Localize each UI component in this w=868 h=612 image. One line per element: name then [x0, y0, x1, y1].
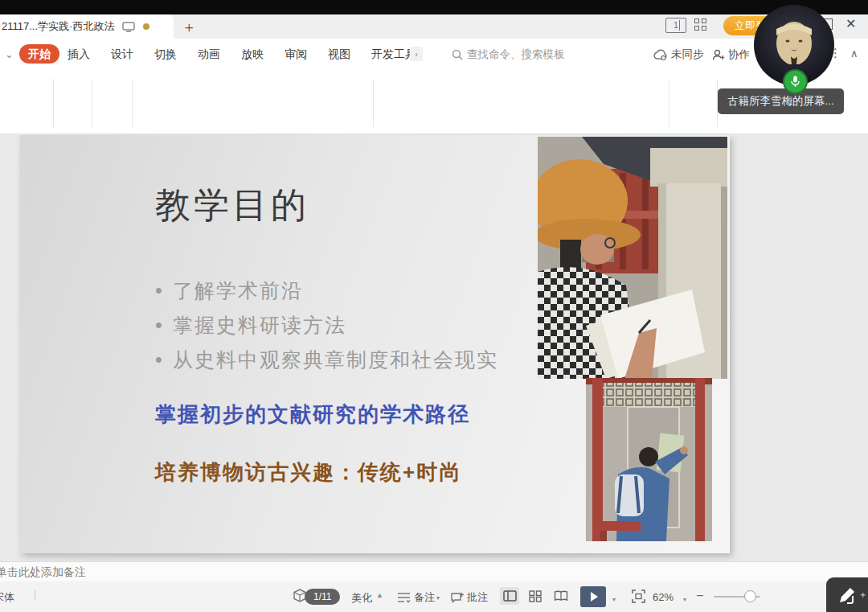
- tab-bar: 21117...学实践·西北政法 ＋ 1 立即登录 ✕: [0, 14, 868, 39]
- photo-fieldwork-writing-image: [538, 137, 727, 379]
- document-tab-title: 21117...学实践·西北政法: [2, 19, 114, 34]
- zoom-slider-knob[interactable]: [744, 590, 756, 602]
- play-slideshow-button[interactable]: [580, 586, 606, 607]
- photo-fieldwork-rubbing[interactable]: [586, 378, 712, 541]
- beautify-label[interactable]: 美化: [351, 591, 372, 606]
- normal-view-button[interactable]: [500, 587, 519, 605]
- zoom-out-button[interactable]: −: [696, 589, 703, 603]
- comment-plus-icon: [450, 592, 464, 604]
- play-icon: [591, 592, 598, 602]
- editing-workspace: 教学目的 •了解学术前沿 •掌握史料研读方法 •从史料中观察典章制度和社会现实 …: [0, 133, 868, 561]
- theme-font-name: 宋体: [0, 590, 14, 605]
- comments-label: 批注: [467, 590, 488, 605]
- fit-to-window-icon[interactable]: [632, 589, 645, 603]
- search-icon: [452, 49, 463, 60]
- letterbox-strip: [0, 0, 868, 14]
- tab-animation[interactable]: 动画: [198, 47, 220, 62]
- normal-view-icon: [503, 590, 517, 602]
- tab-slideshow[interactable]: 放映: [241, 47, 264, 62]
- collaborate-button[interactable]: 协作: [712, 47, 750, 62]
- unsaved-dot-icon: [143, 23, 149, 30]
- pen-plus-icon: ＋: [858, 589, 867, 601]
- zoom-caret-icon[interactable]: ▾: [682, 592, 686, 604]
- slide-sorter-icon: [529, 590, 542, 602]
- slide-title[interactable]: 教学目的: [155, 182, 309, 229]
- statusbar-divider: |: [34, 588, 36, 600]
- comments-button[interactable]: 批注: [450, 590, 488, 605]
- tab-review[interactable]: 审阅: [285, 47, 307, 62]
- document-tab[interactable]: 21117...学实践·西北政法: [0, 14, 174, 39]
- notes-pane[interactable]: 单击此处添加备注: [0, 561, 868, 582]
- bullet-item: •了解学术前沿: [155, 273, 498, 308]
- notes-placeholder: 单击此处添加备注: [0, 565, 86, 578]
- tab-home[interactable]: 开始: [19, 44, 59, 64]
- photo-fieldwork-rubbing-image: [586, 378, 712, 541]
- beautify-caret-up-icon[interactable]: ▲: [376, 591, 383, 599]
- bullet-dot-icon: •: [155, 308, 173, 343]
- sync-status[interactable]: 未同步: [653, 47, 704, 62]
- bullet-item: •从史料中观察典章制度和社会现实: [155, 343, 498, 377]
- close-button[interactable]: ✕: [845, 16, 856, 31]
- collaborate-person-icon: [712, 49, 725, 61]
- wps-presentation-window: 21117...学实践·西北政法 ＋ 1 立即登录 ✕ ⌄ 开始 插入 设计 切…: [0, 0, 868, 612]
- slide-brown-emphasis-line[interactable]: 培养博物访古兴趣：传统+时尚: [155, 458, 461, 487]
- slide-bullet-list[interactable]: •了解学术前沿 •掌握史料研读方法 •从史料中观察典章制度和社会现实: [155, 273, 498, 377]
- play-caret-icon[interactable]: ▾: [611, 592, 616, 604]
- notes-toggle-button[interactable]: 备注▾: [397, 590, 440, 605]
- microphone-badge-icon[interactable]: [783, 69, 808, 94]
- bullet-dot-icon: •: [155, 273, 173, 308]
- ribbon-tab-row: ⌄ 开始 插入 设计 切换 动画 放映 审阅 视图 开发工具 › 查找命令、搜索…: [0, 39, 868, 73]
- tab-transition[interactable]: 切换: [154, 47, 177, 62]
- new-tab-button[interactable]: ＋: [182, 18, 196, 37]
- reading-view-button[interactable]: [551, 587, 571, 605]
- notes-toggle-label: 备注: [414, 590, 435, 605]
- file-menu-chevron-icon[interactable]: ⌄: [5, 48, 14, 60]
- pen-tool-button[interactable]: ＋: [826, 577, 868, 612]
- status-bar: 宋体 | 1/11 美化 ▲ 备注▾ 批注: [0, 581, 868, 612]
- photo-fieldwork-writing[interactable]: [538, 137, 727, 379]
- apps-grid-icon[interactable]: [694, 18, 706, 31]
- window-merge-icon[interactable]: 1: [665, 18, 686, 33]
- slide-sorter-view-button[interactable]: [526, 587, 545, 605]
- search-placeholder: 查找命令、搜索模板: [467, 47, 565, 62]
- collapse-ribbon-icon[interactable]: ∧: [850, 47, 858, 60]
- collaborate-label: 协作: [728, 47, 750, 62]
- pen-icon: [837, 585, 858, 606]
- notes-lines-icon: [397, 592, 411, 603]
- bullet-dot-icon: •: [155, 343, 173, 377]
- slide-canvas[interactable]: 教学目的 •了解学术前沿 •掌握史料研读方法 •从史料中观察典章制度和社会现实 …: [20, 135, 730, 553]
- slide-number-pill: 1/11: [305, 589, 340, 605]
- screen-share-tooltip: 古籍所李雪梅的屏幕...: [718, 88, 844, 114]
- tab-insert[interactable]: 插入: [68, 47, 90, 62]
- reading-book-icon: [554, 590, 568, 602]
- sync-label: 未同步: [671, 47, 704, 62]
- presentation-icon: [122, 22, 135, 32]
- tab-design[interactable]: 设计: [111, 47, 133, 62]
- more-tabs-chevron-icon[interactable]: ›: [410, 47, 423, 61]
- zoom-level[interactable]: 62%: [653, 591, 674, 603]
- cloud-sync-icon: [653, 49, 668, 60]
- command-search[interactable]: 查找命令、搜索模板: [452, 47, 565, 62]
- slide-blue-emphasis-line[interactable]: 掌握初步的文献研究的学术路径: [155, 400, 470, 429]
- bullet-item: •掌握史料研读方法: [155, 308, 498, 343]
- tab-view[interactable]: 视图: [328, 47, 350, 62]
